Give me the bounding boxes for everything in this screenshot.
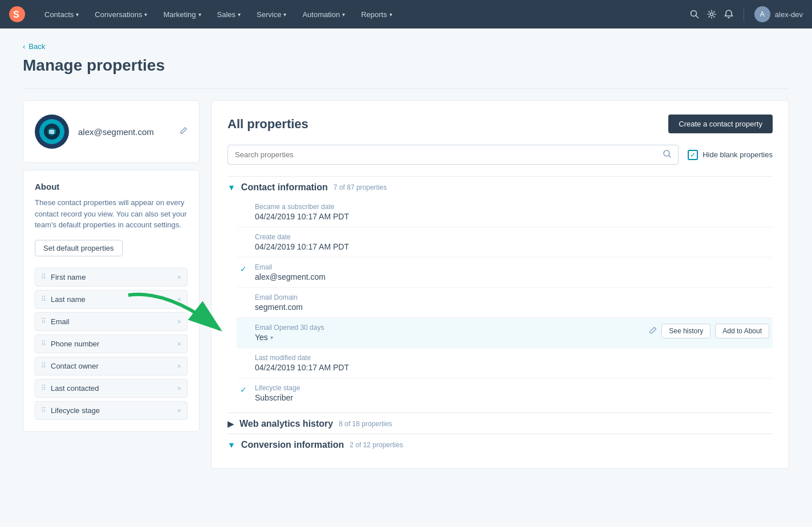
web-analytics-section-header[interactable]: ▶ Web analytics history 8 of 18 properti… [228,412,773,434]
create-property-button[interactable]: Create a contact property [668,115,773,133]
hide-blank-toggle[interactable]: ✓ Hide blank properties [688,150,773,160]
property-name: Contact owner [51,362,172,370]
chevron-down-icon: ▾ [342,11,345,18]
list-item[interactable]: ⠿ Lifecycle stage × [35,401,188,420]
nav-service[interactable]: Service ▾ [249,0,294,28]
section-title: Web analytics history [239,419,333,429]
list-item[interactable]: ⠿ Phone number × [35,334,188,353]
list-item[interactable]: ⠿ Email × [35,312,188,331]
drag-handle-icon: ⠿ [41,340,46,348]
svg-line-8 [669,156,671,157]
nav-items: Contacts ▾ Conversations ▾ Marketing ▾ S… [36,0,690,28]
property-value: 04/24/2019 10:17 AM PDT [255,212,769,221]
user-menu[interactable]: A alex-dev [754,6,803,22]
property-row: ✓ Lifecycle stage Subscriber [237,378,773,408]
gear-icon[interactable] [707,10,716,19]
edit-property-icon[interactable] [649,326,657,336]
hubspot-logo[interactable]: S [9,6,25,22]
conversion-information-section-header[interactable]: ▼ Conversion information 2 of 12 propert… [228,434,773,455]
property-row: Create date 04/24/2019 10:17 AM PDT [237,227,773,258]
property-content: Became a subscriber date 04/24/2019 10:1… [255,203,769,221]
drag-handle-icon: ⠿ [41,406,46,414]
property-label: Email [255,263,769,271]
contact-card: ≋ alex@segment.com [23,100,200,163]
property-content: Email Opened 30 days Yes ▾ [255,324,644,342]
drag-handle-icon: ⠿ [41,295,46,303]
list-item[interactable]: ⠿ Contact owner × [35,357,188,375]
property-row: Became a subscriber date 04/24/2019 10:1… [237,197,773,227]
remove-property-icon[interactable]: × [177,340,181,348]
chevron-down-icon: ▾ [389,11,392,18]
username-label: alex-dev [775,10,803,19]
nav-marketing[interactable]: Marketing ▾ [155,0,209,28]
collapse-toggle-icon: ▼ [228,440,236,450]
remove-property-icon[interactable]: × [177,362,181,370]
property-value: 04/24/2019 10:17 AM PDT [255,242,769,251]
remove-property-icon[interactable]: × [177,318,181,325]
property-check-icon: ✓ [240,385,249,394]
remove-property-icon[interactable]: × [177,273,181,281]
search-icon [663,150,671,160]
search-box [228,145,679,165]
property-value: Yes ▾ [255,333,644,342]
property-label: Email Domain [255,293,769,301]
avatar-container: ≋ [35,115,69,149]
section-count: 2 of 12 properties [350,441,403,449]
list-item[interactable]: ⠿ Last contacted × [35,379,188,398]
property-value: Subscriber [255,393,769,402]
avatar: A [754,6,770,22]
nav-reports[interactable]: Reports ▾ [353,0,400,28]
property-value-text: Yes [255,333,268,342]
svg-line-3 [696,16,698,18]
search-input[interactable] [235,150,659,159]
section-count: 8 of 18 properties [339,420,392,428]
contact-email: alex@segment.com [78,127,154,137]
contact-information-properties: Became a subscriber date 04/24/2019 10:1… [228,197,773,408]
property-name: First name [51,273,172,281]
property-check-icon [240,355,249,364]
list-item[interactable]: ⠿ Last name × [35,290,188,309]
property-check-icon [240,325,249,334]
list-item[interactable]: ⠿ First name × [35,268,188,287]
chevron-down-icon: ▾ [144,11,147,18]
property-check-icon: ✓ [240,264,249,273]
property-label: Email Opened 30 days [255,324,644,332]
set-default-button[interactable]: Set default properties [35,240,123,256]
back-link[interactable]: Back [29,42,45,51]
edit-icon[interactable] [180,126,188,137]
property-value: 04/24/2019 10:17 AM PDT [255,363,769,372]
collapse-toggle-icon: ▼ [228,183,236,192]
drag-handle-icon: ⠿ [41,317,46,325]
nav-sales[interactable]: Sales ▾ [209,0,249,28]
hide-blank-checkbox[interactable]: ✓ [688,150,698,160]
property-name: Phone number [51,340,172,348]
search-row: ✓ Hide blank properties [228,145,773,165]
nav-contacts[interactable]: Contacts ▾ [36,0,87,28]
breadcrumb[interactable]: ‹ Back [23,42,789,51]
hide-blank-label: Hide blank properties [703,150,773,159]
remove-property-icon[interactable]: × [177,407,181,414]
property-name: Email [51,317,172,326]
nav-conversations[interactable]: Conversations ▾ [87,0,155,28]
section-title: Conversion information [241,440,344,450]
property-name: Last name [51,295,172,304]
expand-toggle-icon: ▶ [228,419,234,428]
remove-property-icon[interactable]: × [177,385,181,392]
all-properties-title: All properties [228,117,308,132]
search-icon[interactable] [690,10,699,19]
nav-automation[interactable]: Automation ▾ [294,0,353,28]
section-title: Contact information [241,182,328,193]
dropdown-arrow-icon[interactable]: ▾ [270,334,273,341]
property-list: ⠿ First name × ⠿ Last name × ⠿ Email × [35,268,188,420]
add-to-about-button[interactable]: Add to About [715,324,769,338]
property-label: Last modified date [255,354,769,362]
contact-information-section-header[interactable]: ▼ Contact information 7 of 87 properties [228,176,773,197]
see-history-button[interactable]: See history [661,324,710,338]
remove-property-icon[interactable]: × [177,296,181,303]
property-content: Email alex@segment.com [255,263,769,281]
property-content: Last modified date 04/24/2019 10:17 AM P… [255,354,769,372]
property-label: Became a subscriber date [255,203,769,211]
svg-text:S: S [13,10,19,19]
property-row: Last modified date 04/24/2019 10:17 AM P… [237,348,773,378]
notification-icon[interactable] [724,10,733,19]
